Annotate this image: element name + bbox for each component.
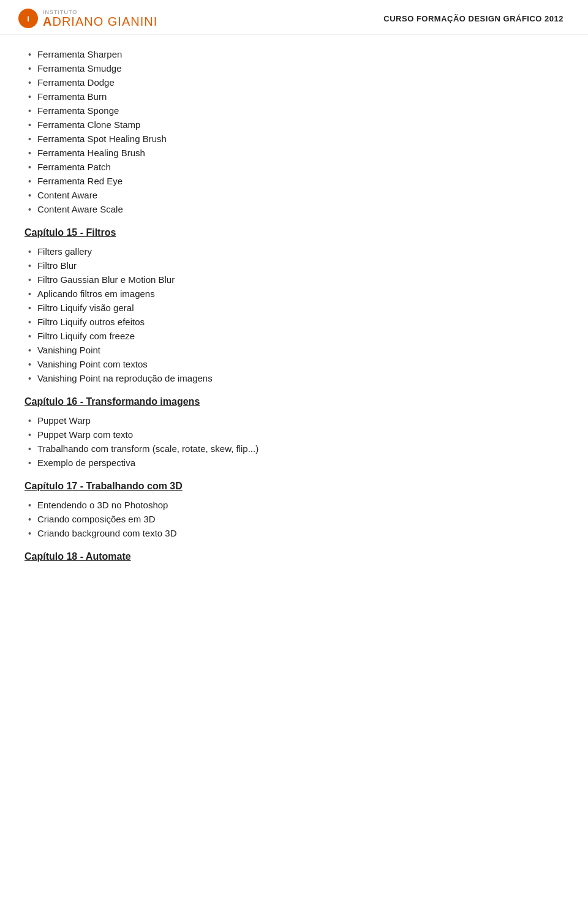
chapter-heading-chapter-18: Capítulo 18 - Automate <box>24 551 564 562</box>
logo-name-a: A <box>43 15 52 28</box>
list-item: Exemplo de perspectiva <box>24 456 564 470</box>
page-header: i INSTITUTO ADRIANO GIANINI CURSO FORMAÇ… <box>0 0 588 35</box>
list-item: Entendendo o 3D no Photoshop <box>24 498 564 512</box>
chapter-heading-chapter-16: Capítulo 16 - Transformando imagens <box>24 396 564 407</box>
list-item: Vanishing Point <box>24 343 564 357</box>
list-item: Filters gallery <box>24 244 564 258</box>
list-item: Ferramenta Red Eye <box>24 174 564 188</box>
chapter-heading-chapter-17: Capítulo 17 - Trabalhando com 3D <box>24 481 564 492</box>
list-item: Vanishing Point com textos <box>24 357 564 371</box>
course-title: CURSO FORMAÇÃO DESIGN GRÁFICO 2012 <box>383 14 564 23</box>
main-content: Ferramenta SharpenFerramenta SmudgeFerra… <box>0 41 588 587</box>
list-item: Filtro Blur <box>24 258 564 273</box>
list-item: Filtro Liquify visão geral <box>24 301 564 315</box>
list-item: Puppet Warp com texto <box>24 427 564 442</box>
list-item: Ferramenta Dodge <box>24 75 564 89</box>
list-item: Ferramenta Clone Stamp <box>24 118 564 132</box>
items-list-chapter-15: Filters galleryFiltro BlurFiltro Gaussia… <box>24 244 564 385</box>
items-list-intro-list: Ferramenta SharpenFerramenta SmudgeFerra… <box>24 47 564 216</box>
items-list-chapter-17: Entendendo o 3D no PhotoshopCriando comp… <box>24 498 564 540</box>
logo-name-gianini: GIANINI <box>108 15 157 28</box>
list-item: Filtro Liquify com freeze <box>24 329 564 343</box>
logo: i INSTITUTO ADRIANO GIANINI <box>18 9 157 28</box>
list-item: Vanishing Point na reprodução de imagens <box>24 371 564 385</box>
list-item: Ferramenta Sponge <box>24 103 564 118</box>
list-item: Ferramenta Sharpen <box>24 47 564 61</box>
list-item: Criando composições em 3D <box>24 512 564 526</box>
chapter-heading-chapter-15: Capítulo 15 - Filtros <box>24 227 564 238</box>
list-item: Ferramenta Healing Brush <box>24 146 564 160</box>
items-list-chapter-16: Puppet WarpPuppet Warp com textoTrabalha… <box>24 413 564 470</box>
list-item: Ferramenta Spot Healing Brush <box>24 132 564 146</box>
list-item: Filtro Liquify outros efeitos <box>24 315 564 329</box>
logo-text: INSTITUTO ADRIANO GIANINI <box>43 9 157 28</box>
list-item: Aplicando filtros em imagens <box>24 287 564 301</box>
logo-name: ADRIANO GIANINI <box>43 15 157 28</box>
list-item: Trabalhando com transform (scale, rotate… <box>24 442 564 456</box>
list-item: Content Aware Scale <box>24 202 564 216</box>
list-item: Content Aware <box>24 188 564 202</box>
list-item: Criando background com texto 3D <box>24 526 564 540</box>
list-item: Ferramenta Burn <box>24 89 564 103</box>
logo-name-driano: DRIANO <box>52 15 104 28</box>
logo-icon: i <box>18 9 38 28</box>
list-item: Ferramenta Smudge <box>24 61 564 75</box>
list-item: Puppet Warp <box>24 413 564 427</box>
list-item: Ferramenta Patch <box>24 160 564 174</box>
list-item: Filtro Gaussian Blur e Motion Blur <box>24 273 564 287</box>
